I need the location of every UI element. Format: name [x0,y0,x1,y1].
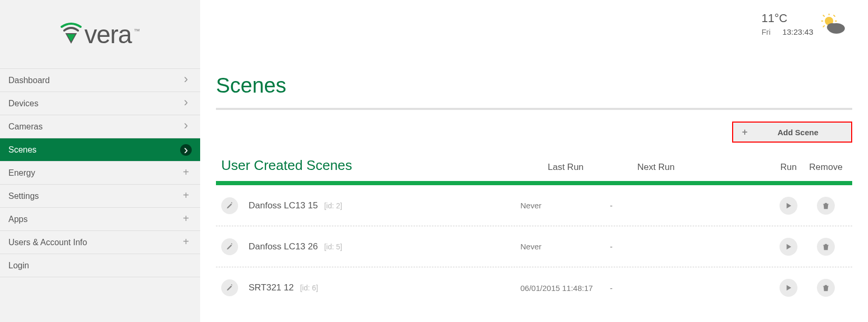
cell-remove [805,279,847,297]
scene-name: SRT321 12 [249,283,294,293]
svg-line-7 [823,26,824,27]
cell-run [772,279,805,297]
plus-icon [180,192,192,201]
cell-remove [805,238,847,256]
run-scene-button[interactable] [780,279,797,297]
nav-list: DashboardDevicesCamerasScenesEnergySetti… [0,68,200,277]
section-title: User Created Scenes [221,157,548,174]
cell-run [772,238,805,256]
play-icon [785,284,792,291]
sidebar-item-label: Energy [8,168,35,178]
sidebar-item-label: Users & Account Info [8,238,87,247]
svg-line-6 [834,15,835,16]
chevron-right-icon [180,76,192,85]
trash-icon [822,202,830,209]
run-scene-button[interactable] [780,197,797,215]
scene-name: Danfoss LC13 26 [249,242,318,252]
pencil-icon [226,202,233,209]
scenes-table: User Created Scenes Last Run Next Run Ru… [216,157,852,308]
toolbar-row: + Add Scene [216,122,852,143]
cell-lastrun: 06/01/2015 11:48:17 [520,284,610,293]
sidebar-item-apps[interactable]: Apps [0,208,200,231]
add-scene-button[interactable]: + Add Scene [732,122,852,143]
scene-id: [id: 2] [324,202,342,210]
col-nextrun: Next Run [637,162,732,173]
time-label: 13:23:43 [783,27,813,36]
col-lastrun: Last Run [548,162,637,173]
sidebar: vera ™ DashboardDevicesCamerasScenesEner… [0,0,200,322]
cell-lastrun: Never [520,201,610,210]
table-row: Danfoss LC13 26[id: 5]Never- [216,226,852,267]
sidebar-item-label: Apps [8,215,27,224]
sidebar-item-login[interactable]: Login [0,254,200,277]
cell-name: Danfoss LC13 26[id: 5] [221,238,520,255]
chevron-right-icon [180,122,192,132]
remove-scene-button[interactable] [817,238,835,256]
scene-name: Danfoss LC13 15 [249,200,318,211]
pencil-icon [226,243,233,250]
day-label: Fri [762,27,771,36]
table-header: User Created Scenes Last Run Next Run Ru… [216,157,852,181]
sidebar-item-label: Scenes [8,145,36,155]
sidebar-item-settings[interactable]: Settings [0,185,200,208]
title-divider [216,108,852,110]
edit-scene-button[interactable] [221,197,238,214]
scene-id: [id: 5] [324,243,342,251]
table-body: Danfoss LC13 15[id: 2]Never-Danfoss LC13… [216,185,852,308]
scene-id: [id: 6] [300,284,318,292]
weather-text: 11°C Fri 13:23:43 [762,12,813,37]
svg-line-5 [823,15,824,16]
pencil-icon [226,284,233,291]
col-run: Run [772,162,805,173]
col-remove: Remove [805,162,847,173]
sidebar-item-label: Devices [8,99,38,108]
brand-tm: ™ [134,27,140,35]
play-icon [785,202,792,209]
plus-icon [180,238,192,247]
cell-remove [805,197,847,215]
plus-icon [180,215,192,224]
section-bar [216,181,852,185]
temperature: 11°C [762,12,813,25]
chevron-right-icon [180,144,192,156]
cell-nextrun: - [610,242,705,251]
sidebar-item-label: Dashboard [8,76,50,85]
play-icon [785,243,792,250]
brand-name: vera [84,20,131,49]
sidebar-item-dashboard[interactable]: Dashboard [0,69,200,92]
add-scene-label: Add Scene [756,128,851,137]
sidebar-item-cameras[interactable]: Cameras [0,115,200,138]
sidebar-item-scenes[interactable]: Scenes [0,138,200,162]
cell-lastrun: Never [520,242,610,251]
table-row: Danfoss LC13 15[id: 2]Never- [216,185,852,226]
chevron-right-icon [180,99,192,108]
edit-scene-button[interactable] [221,279,238,296]
wifi-v-icon [60,22,82,47]
sidebar-item-devices[interactable]: Devices [0,92,200,115]
trash-icon [822,284,830,291]
plus-icon: + [733,127,756,138]
partly-cloudy-icon [821,14,846,37]
edit-scene-button[interactable] [221,238,238,255]
cell-nextrun: - [610,201,705,210]
table-row: SRT321 12[id: 6]06/01/2015 11:48:17- [216,267,852,308]
cell-name: Danfoss LC13 15[id: 2] [221,197,520,214]
run-scene-button[interactable] [780,238,797,256]
brand-logo: vera ™ [60,20,140,49]
cell-name: SRT321 12[id: 6] [221,279,520,296]
main-content: 11°C Fri 13:23:43 Scenes + [200,0,868,322]
cell-run [772,197,805,215]
sidebar-item-energy[interactable]: Energy [0,162,200,185]
cell-nextrun: - [610,284,705,293]
status-bar: 11°C Fri 13:23:43 [762,12,846,37]
remove-scene-button[interactable] [817,197,835,215]
sidebar-item-users-account-info[interactable]: Users & Account Info [0,231,200,254]
remove-scene-button[interactable] [817,279,835,297]
sidebar-item-label: Login [8,261,29,270]
trash-icon [822,243,830,250]
plus-icon [180,168,192,178]
logo-area: vera ™ [0,0,200,68]
sidebar-item-label: Cameras [8,122,43,132]
svg-point-9 [827,23,837,32]
sidebar-item-label: Settings [8,192,39,201]
